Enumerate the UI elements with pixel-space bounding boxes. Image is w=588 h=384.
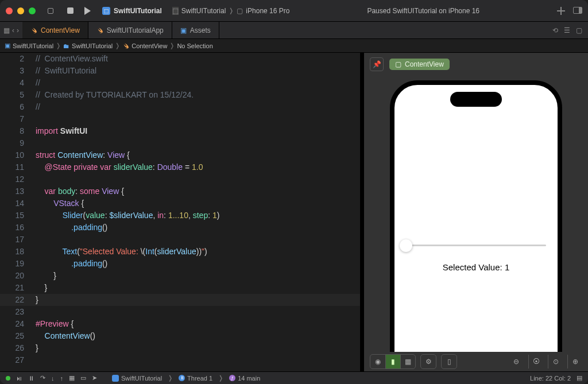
zoom-fit-button[interactable]: ⦿: [528, 355, 543, 369]
jump-selection: No Selection: [177, 42, 212, 49]
zoom-actual-button[interactable]: ⊙: [548, 355, 563, 369]
tabbar: ▦ ‹ › ContentView SwiftUITutorialApp ▣ A…: [0, 22, 588, 39]
app-icon: ⬚: [102, 7, 110, 15]
tab-app[interactable]: SwiftUITutorialApp: [88, 22, 172, 38]
related-items-icon[interactable]: ▦: [3, 26, 10, 34]
editor-options-icon[interactable]: ▢: [576, 26, 582, 34]
device-settings-button[interactable]: ⚙: [421, 355, 436, 369]
zoom-window[interactable]: [29, 7, 36, 14]
preview-chip-label: ContentView: [405, 60, 444, 68]
jump-file: ContentView: [131, 42, 167, 49]
preview-chip[interactable]: ▢ ContentView: [389, 59, 450, 70]
minimap-toggle-icon[interactable]: ▤: [577, 374, 582, 382]
tab-label: Assets: [190, 26, 211, 34]
stop-button[interactable]: [65, 6, 75, 15]
debug-process[interactable]: SwiftUITutorial: [112, 375, 162, 382]
tab-label: SwiftUITutorialApp: [107, 26, 164, 34]
live-preview-button[interactable]: ◉: [370, 355, 385, 369]
swift-icon: [96, 27, 103, 34]
device-screen[interactable]: Selected Value: 1: [394, 85, 558, 352]
variants-button[interactable]: ▦: [400, 355, 415, 369]
debug-location-icon[interactable]: ➤: [92, 374, 97, 382]
debug-step-out-icon[interactable]: ↑: [60, 375, 64, 382]
scheme-name: SwiftUITutorial: [114, 7, 162, 15]
debug-view-icon[interactable]: ▦: [69, 374, 75, 382]
tab-label: ContentView: [41, 26, 80, 34]
run-button[interactable]: [83, 6, 92, 15]
folder-icon: 🖿: [63, 42, 69, 49]
refresh-icon[interactable]: ⟲: [552, 26, 558, 34]
nav-forward-icon[interactable]: ›: [17, 26, 19, 34]
minimize-window[interactable]: [17, 7, 24, 14]
main-split: 2345678910111213141516171819202122232425…: [0, 53, 588, 371]
close-window[interactable]: [6, 7, 13, 14]
run-destination[interactable]: ⬚ SwiftUITutorial ❭ ▢ iPhone 16 Pro: [172, 7, 290, 15]
sidebar-toggle-icon[interactable]: [46, 6, 55, 15]
tab-assets[interactable]: ▣ Assets: [172, 22, 219, 38]
chevron-right-icon: ❭: [229, 7, 234, 14]
device-name: iPhone 16 Pro: [246, 7, 289, 15]
debug-step-over-icon[interactable]: ↷: [40, 374, 45, 382]
status-indicator: [6, 376, 10, 381]
zoom-out-button[interactable]: ⊖: [509, 355, 524, 369]
pin-preview-button[interactable]: 📌: [370, 57, 384, 71]
preview-canvas: 📌 ▢ ContentView Selected Value: 1 ◉ ▮: [364, 53, 588, 371]
swift-icon: [122, 42, 129, 49]
jump-folder: SwiftUITutorial: [72, 42, 113, 49]
slider-thumb[interactable]: [400, 239, 412, 252]
inspector-toggle-icon[interactable]: [573, 7, 582, 14]
window-controls: [6, 7, 36, 14]
debug-frame[interactable]: ƒ14 main: [229, 375, 260, 382]
tab-contentview[interactable]: ContentView: [22, 22, 88, 38]
code-content: // ContentView.swift // SwiftUITutorial …: [36, 53, 360, 354]
swift-icon: [30, 27, 37, 34]
slider-control[interactable]: [406, 245, 546, 246]
assets-icon: ▣: [180, 26, 187, 34]
adjust-editor-icon[interactable]: ☰: [564, 26, 570, 34]
scheme-selector[interactable]: ⬚ SwiftUITutorial: [102, 7, 162, 15]
nav-back-icon[interactable]: ‹: [12, 26, 14, 34]
activity-status: Paused SwiftUITutorial on iPhone 16: [300, 7, 547, 15]
debug-pause-icon[interactable]: ⏸: [28, 375, 34, 382]
selected-value-text: Selected Value: 1: [443, 262, 509, 272]
debug-memory-icon[interactable]: ▭: [80, 374, 86, 382]
debug-thread[interactable]: ⏸Thread 1: [179, 375, 212, 382]
zoom-in-button[interactable]: ⊕: [567, 355, 582, 369]
target-icon: ⬚: [172, 7, 179, 15]
titlebar: ⬚ SwiftUITutorial ⬚ SwiftUITutorial ❭ ▢ …: [0, 0, 588, 22]
project-icon: ▣: [5, 42, 10, 49]
preview-icon: ▢: [395, 60, 401, 68]
orientation-button[interactable]: ▯: [442, 355, 457, 369]
canvas-toolbar: ◉ ▮ ▦ ⚙ ▯ ⊖ ⦿ ⊙ ⊕: [364, 352, 588, 371]
selectable-preview-button[interactable]: ▮: [385, 355, 400, 369]
debug-step-in-icon[interactable]: ↓: [51, 375, 55, 382]
debug-continue-icon[interactable]: ⏯: [16, 375, 22, 382]
split-divider[interactable]: [360, 53, 364, 371]
jump-project: SwiftUITutorial: [13, 42, 53, 49]
cursor-position: Line: 22 Col: 2: [530, 375, 571, 382]
jumpbar[interactable]: ▣SwiftUITutorial ❭ 🖿SwiftUITutorial ❭ Co…: [0, 39, 588, 53]
library-button[interactable]: [557, 7, 565, 15]
target-name: SwiftUITutorial: [181, 7, 226, 15]
code-editor[interactable]: 2345678910111213141516171819202122232425…: [0, 53, 360, 371]
debug-bar: ⏯ ⏸ ↷ ↓ ↑ ▦ ▭ ➤ SwiftUITutorial ❭ ⏸Threa…: [0, 371, 588, 384]
device-frame: Selected Value: 1: [390, 80, 562, 352]
line-gutter: 2345678910111213141516171819202122232425…: [0, 53, 31, 366]
